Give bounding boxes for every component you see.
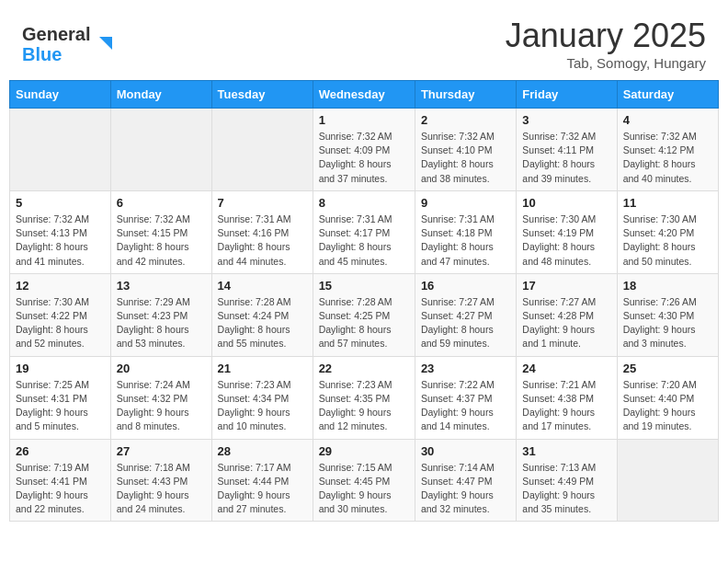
calendar-cell: 25Sunrise: 7:20 AM Sunset: 4:40 PM Dayli… xyxy=(617,356,718,439)
day-info: Sunrise: 7:22 AM Sunset: 4:37 PM Dayligh… xyxy=(421,378,510,434)
calendar-cell: 21Sunrise: 7:23 AM Sunset: 4:34 PM Dayli… xyxy=(211,356,313,439)
calendar-cell: 11Sunrise: 7:30 AM Sunset: 4:20 PM Dayli… xyxy=(617,190,718,273)
calendar-cell: 8Sunrise: 7:31 AM Sunset: 4:17 PM Daylig… xyxy=(313,190,415,273)
title-block: January 2025 Tab, Somogy, Hungary xyxy=(506,17,706,71)
day-number: 4 xyxy=(623,113,712,127)
calendar-cell: 14Sunrise: 7:28 AM Sunset: 4:24 PM Dayli… xyxy=(211,273,313,356)
day-info: Sunrise: 7:30 AM Sunset: 4:19 PM Dayligh… xyxy=(522,213,610,269)
col-thursday: Thursday xyxy=(415,81,516,109)
day-info: Sunrise: 7:32 AM Sunset: 4:15 PM Dayligh… xyxy=(117,213,206,269)
day-number: 7 xyxy=(218,196,307,210)
calendar-week-1: 1Sunrise: 7:32 AM Sunset: 4:09 PM Daylig… xyxy=(10,109,719,191)
calendar-wrapper: Sunday Monday Tuesday Wednesday Thursday… xyxy=(0,80,728,531)
day-info: Sunrise: 7:32 AM Sunset: 4:13 PM Dayligh… xyxy=(16,213,105,269)
calendar-cell: 10Sunrise: 7:30 AM Sunset: 4:19 PM Dayli… xyxy=(517,190,617,273)
calendar-cell: 12Sunrise: 7:30 AM Sunset: 4:22 PM Dayli… xyxy=(10,273,111,356)
day-number: 19 xyxy=(16,362,105,375)
location-subtitle: Tab, Somogy, Hungary xyxy=(506,55,706,71)
calendar-cell: 23Sunrise: 7:22 AM Sunset: 4:37 PM Dayli… xyxy=(415,356,516,439)
day-info: Sunrise: 7:32 AM Sunset: 4:09 PM Dayligh… xyxy=(319,130,409,186)
day-number: 16 xyxy=(421,279,510,293)
day-number: 30 xyxy=(421,444,510,458)
day-number: 13 xyxy=(117,279,206,293)
day-number: 6 xyxy=(117,196,206,210)
day-info: Sunrise: 7:32 AM Sunset: 4:10 PM Dayligh… xyxy=(421,130,510,186)
calendar-cell xyxy=(211,109,313,191)
day-number: 20 xyxy=(117,362,206,375)
col-sunday: Sunday xyxy=(10,81,111,109)
calendar-cell: 30Sunrise: 7:14 AM Sunset: 4:47 PM Dayli… xyxy=(415,439,516,522)
day-number: 25 xyxy=(623,362,712,375)
logo-blue: Blue xyxy=(22,44,90,64)
calendar-week-4: 19Sunrise: 7:25 AM Sunset: 4:31 PM Dayli… xyxy=(10,356,719,439)
calendar-cell: 31Sunrise: 7:13 AM Sunset: 4:49 PM Dayli… xyxy=(517,439,617,522)
calendar-cell: 3Sunrise: 7:32 AM Sunset: 4:11 PM Daylig… xyxy=(517,109,617,191)
day-number: 29 xyxy=(319,444,409,458)
day-info: Sunrise: 7:15 AM Sunset: 4:45 PM Dayligh… xyxy=(319,461,409,517)
logo-icon xyxy=(92,33,112,53)
col-tuesday: Tuesday xyxy=(211,81,313,109)
day-number: 27 xyxy=(117,444,206,458)
day-number: 18 xyxy=(623,279,712,293)
calendar-cell: 19Sunrise: 7:25 AM Sunset: 4:31 PM Dayli… xyxy=(10,356,111,439)
calendar-cell: 15Sunrise: 7:28 AM Sunset: 4:25 PM Dayli… xyxy=(313,273,415,356)
logo-text: General Blue xyxy=(22,24,90,64)
calendar-cell: 28Sunrise: 7:17 AM Sunset: 4:44 PM Dayli… xyxy=(211,439,313,522)
calendar-cell: 20Sunrise: 7:24 AM Sunset: 4:32 PM Dayli… xyxy=(110,356,211,439)
day-info: Sunrise: 7:23 AM Sunset: 4:34 PM Dayligh… xyxy=(218,378,307,434)
month-title: January 2025 xyxy=(506,17,706,55)
calendar-cell xyxy=(110,109,211,191)
day-number: 3 xyxy=(522,113,610,127)
calendar-cell: 13Sunrise: 7:29 AM Sunset: 4:23 PM Dayli… xyxy=(110,273,211,356)
col-wednesday: Wednesday xyxy=(313,81,415,109)
day-info: Sunrise: 7:23 AM Sunset: 4:35 PM Dayligh… xyxy=(319,378,409,434)
calendar-week-3: 12Sunrise: 7:30 AM Sunset: 4:22 PM Dayli… xyxy=(10,273,719,356)
day-info: Sunrise: 7:26 AM Sunset: 4:30 PM Dayligh… xyxy=(623,295,712,351)
day-number: 24 xyxy=(522,362,610,375)
calendar-cell: 17Sunrise: 7:27 AM Sunset: 4:28 PM Dayli… xyxy=(517,273,617,356)
calendar-cell: 29Sunrise: 7:15 AM Sunset: 4:45 PM Dayli… xyxy=(313,439,415,522)
day-number: 31 xyxy=(522,444,610,458)
day-number: 12 xyxy=(16,279,105,293)
calendar-cell xyxy=(10,109,111,191)
day-info: Sunrise: 7:13 AM Sunset: 4:49 PM Dayligh… xyxy=(522,461,610,517)
day-info: Sunrise: 7:30 AM Sunset: 4:20 PM Dayligh… xyxy=(623,213,712,269)
calendar-cell: 9Sunrise: 7:31 AM Sunset: 4:18 PM Daylig… xyxy=(415,190,516,273)
calendar-cell: 22Sunrise: 7:23 AM Sunset: 4:35 PM Dayli… xyxy=(313,356,415,439)
calendar-cell: 1Sunrise: 7:32 AM Sunset: 4:09 PM Daylig… xyxy=(313,109,415,191)
day-info: Sunrise: 7:21 AM Sunset: 4:38 PM Dayligh… xyxy=(522,378,610,434)
day-info: Sunrise: 7:31 AM Sunset: 4:16 PM Dayligh… xyxy=(218,213,307,269)
day-info: Sunrise: 7:28 AM Sunset: 4:25 PM Dayligh… xyxy=(319,295,409,351)
day-info: Sunrise: 7:19 AM Sunset: 4:41 PM Dayligh… xyxy=(16,461,105,517)
day-number: 26 xyxy=(16,444,105,458)
day-number: 14 xyxy=(218,279,307,293)
day-number: 28 xyxy=(218,444,307,458)
calendar-table: Sunday Monday Tuesday Wednesday Thursday… xyxy=(9,80,719,522)
day-info: Sunrise: 7:27 AM Sunset: 4:27 PM Dayligh… xyxy=(421,295,510,351)
day-number: 23 xyxy=(421,362,510,375)
calendar-body: 1Sunrise: 7:32 AM Sunset: 4:09 PM Daylig… xyxy=(10,109,719,522)
logo: General Blue xyxy=(22,24,112,64)
day-info: Sunrise: 7:25 AM Sunset: 4:31 PM Dayligh… xyxy=(16,378,105,434)
col-saturday: Saturday xyxy=(617,81,718,109)
calendar-cell: 5Sunrise: 7:32 AM Sunset: 4:13 PM Daylig… xyxy=(10,190,111,273)
header-row: Sunday Monday Tuesday Wednesday Thursday… xyxy=(10,81,719,109)
calendar-cell: 7Sunrise: 7:31 AM Sunset: 4:16 PM Daylig… xyxy=(211,190,313,273)
day-number: 1 xyxy=(319,113,409,127)
day-number: 10 xyxy=(522,196,610,210)
day-info: Sunrise: 7:30 AM Sunset: 4:22 PM Dayligh… xyxy=(16,295,105,351)
page-header: General Blue January 2025 Tab, Somogy, H… xyxy=(0,0,728,80)
day-info: Sunrise: 7:32 AM Sunset: 4:11 PM Dayligh… xyxy=(522,130,610,186)
day-info: Sunrise: 7:14 AM Sunset: 4:47 PM Dayligh… xyxy=(421,461,510,517)
day-info: Sunrise: 7:32 AM Sunset: 4:12 PM Dayligh… xyxy=(623,130,712,186)
calendar-cell xyxy=(617,439,718,522)
day-number: 2 xyxy=(421,113,510,127)
day-info: Sunrise: 7:24 AM Sunset: 4:32 PM Dayligh… xyxy=(117,378,206,434)
day-info: Sunrise: 7:18 AM Sunset: 4:43 PM Dayligh… xyxy=(117,461,206,517)
col-monday: Monday xyxy=(110,81,211,109)
day-info: Sunrise: 7:17 AM Sunset: 4:44 PM Dayligh… xyxy=(218,461,307,517)
day-info: Sunrise: 7:20 AM Sunset: 4:40 PM Dayligh… xyxy=(623,378,712,434)
svg-marker-0 xyxy=(99,37,112,50)
day-number: 8 xyxy=(319,196,409,210)
day-number: 21 xyxy=(218,362,307,375)
